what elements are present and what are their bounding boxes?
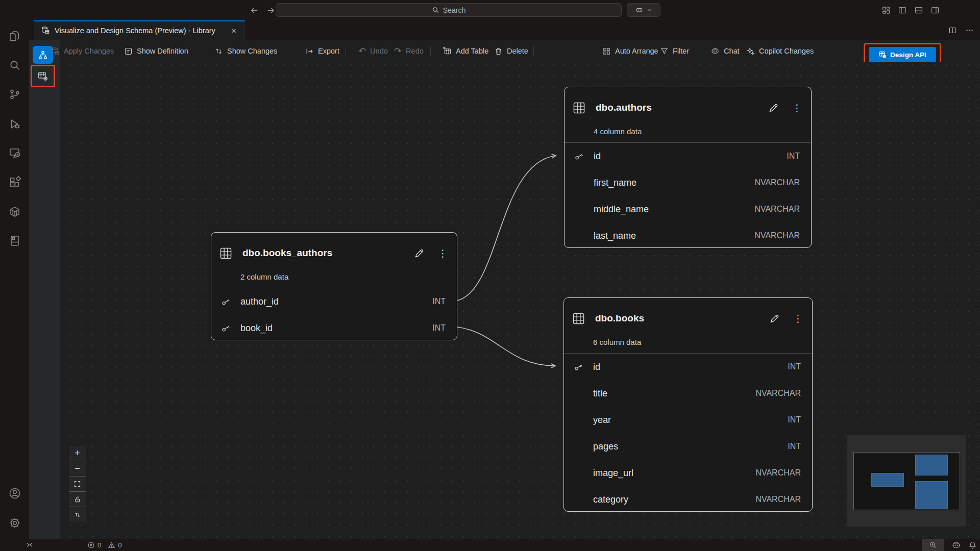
editor-tab-bar: Visualize and Design Schema (Preview) - … [29, 20, 980, 40]
toggle-secondary-sidebar-button[interactable] [930, 6, 940, 15]
edit-table-button[interactable] [768, 103, 779, 113]
table-row[interactable]: author_id INT [211, 288, 457, 315]
delete-button[interactable]: Delete [494, 40, 528, 62]
account-button[interactable] [8, 487, 21, 500]
fit-view-button[interactable] [69, 477, 86, 492]
show-definition-label: Show Definition [137, 47, 188, 55]
nav-forward-button[interactable] [264, 4, 277, 16]
table-gear-icon [37, 70, 48, 82]
redo-button[interactable]: ↷ Redo [394, 40, 424, 62]
status-bar: 0 0 [0, 539, 980, 551]
sidebar-item-extensions[interactable] [8, 176, 21, 189]
lock-button[interactable] [69, 492, 86, 507]
table-menu-button[interactable]: ⋮ [792, 103, 802, 113]
sidebar-item-explorer[interactable] [8, 30, 21, 43]
chat-button[interactable]: Chat [710, 40, 740, 62]
sidebar-item-remote-explorer[interactable] [8, 146, 21, 160]
column-type: INT [788, 442, 801, 451]
sidebar-item-run-debug[interactable] [8, 117, 21, 131]
undo-button[interactable]: ↶ Undo [358, 40, 388, 62]
extensions-icon [9, 176, 21, 188]
schema-designer-icon [41, 26, 50, 35]
table-row[interactable]: title NVARCHAR [564, 380, 812, 407]
sidebar-item-source-control[interactable] [8, 88, 21, 101]
table-row[interactable]: pages INT [564, 433, 812, 460]
fk-line-author [457, 156, 556, 300]
table-card-authors[interactable]: dbo.authors ⋮ 4 column data id INT first… [564, 87, 812, 248]
sidebar-item-containers[interactable] [8, 205, 21, 218]
table-row[interactable]: middle_name NVARCHAR [565, 196, 811, 222]
fk-line-book [457, 327, 555, 366]
undo-icon: ↶ [358, 45, 366, 57]
schema-canvas[interactable]: dbo.books_authors ⋮ 2 column data author… [60, 62, 980, 539]
table-card-books[interactable]: dbo.books ⋮ 6 column data id INT title N… [564, 297, 813, 512]
tab-close-button[interactable]: × [229, 26, 239, 36]
zoom-out-button[interactable]: − [69, 461, 86, 477]
containers-icon [9, 206, 21, 218]
arrow-left-icon [250, 6, 259, 15]
settings-button[interactable] [8, 516, 21, 530]
column-name: middle_name [594, 204, 649, 215]
toggle-panel-button[interactable] [914, 6, 923, 15]
column-type: INT [788, 415, 801, 424]
customize-layout-button[interactable] [881, 6, 891, 15]
column-name: year [593, 415, 611, 425]
remote-indicator[interactable] [26, 541, 34, 549]
apply-changes-button[interactable]: Apply Changes [51, 40, 114, 62]
column-name: id [594, 151, 601, 162]
tab-visualize-design-schema[interactable]: Visualize and Design Schema (Preview) - … [34, 20, 245, 40]
more-actions-icon[interactable] [965, 26, 974, 35]
export-button[interactable]: Export [305, 40, 339, 62]
table-menu-button[interactable]: ⋮ [438, 248, 448, 258]
zoom-in-status-icon [929, 541, 937, 549]
minimap[interactable] [847, 435, 966, 527]
table-row[interactable]: image_url NVARCHAR [564, 460, 812, 486]
zoom-in-button[interactable]: + [69, 446, 86, 461]
edit-table-button[interactable] [769, 313, 780, 324]
problems-indicator[interactable]: 0 0 [87, 541, 121, 549]
sidebar-item-search[interactable] [8, 59, 21, 72]
minimap-node-books [915, 481, 948, 509]
pencil-icon [769, 313, 780, 324]
table-designer-view-button[interactable] [37, 70, 48, 82]
auto-arrange-button[interactable]: Auto Arrange [602, 40, 658, 62]
design-api-button[interactable]: Design API [869, 47, 936, 62]
table-menu-button[interactable]: ⋮ [793, 314, 803, 323]
sidebar-item-database-projects[interactable] [8, 234, 21, 247]
notifications-button[interactable] [968, 541, 977, 549]
table-row[interactable]: category NVARCHAR [564, 486, 812, 513]
reset-changes-button[interactable] [69, 507, 86, 522]
primary-key-icon [211, 323, 240, 333]
toggle-primary-sidebar-button[interactable] [898, 6, 907, 15]
nav-back-button[interactable] [248, 4, 260, 16]
arrow-right-icon [266, 6, 275, 15]
table-row[interactable]: first_name NVARCHAR [565, 169, 811, 196]
copilot-chat-icon [710, 46, 720, 56]
redo-icon: ↷ [394, 45, 402, 57]
copilot-changes-button[interactable]: Copilot Changes [746, 40, 814, 62]
table-row[interactable]: year INT [564, 407, 812, 433]
copilot-status-button[interactable] [951, 540, 961, 550]
show-changes-button[interactable]: Show Changes [214, 40, 277, 62]
database-projects-icon [9, 235, 21, 247]
add-table-button[interactable]: Add Table [443, 40, 488, 62]
table-row[interactable]: last_name NVARCHAR [565, 222, 811, 249]
split-editor-icon[interactable] [948, 26, 957, 35]
table-card-books-authors[interactable]: dbo.books_authors ⋮ 2 column data author… [211, 232, 457, 340]
table-row[interactable]: book_id INT [211, 315, 457, 341]
auto-arrange-icon [602, 47, 611, 56]
filter-button[interactable]: Filter [660, 40, 689, 62]
table-row[interactable]: id INT [564, 354, 812, 380]
chevron-down-icon [647, 7, 652, 13]
zoom-status-button[interactable] [922, 539, 944, 551]
show-definition-button[interactable]: Show Definition [124, 40, 188, 62]
edit-table-button[interactable] [414, 248, 425, 259]
table-title: dbo.authors [596, 102, 652, 113]
show-definition-icon [124, 47, 133, 56]
table-row[interactable]: id INT [565, 143, 811, 169]
command-center-search[interactable]: Search [276, 3, 622, 17]
column-type: INT [432, 323, 446, 333]
pencil-icon [768, 103, 779, 113]
copilot-menu-button[interactable] [627, 3, 660, 17]
copilot-icon [951, 540, 961, 550]
